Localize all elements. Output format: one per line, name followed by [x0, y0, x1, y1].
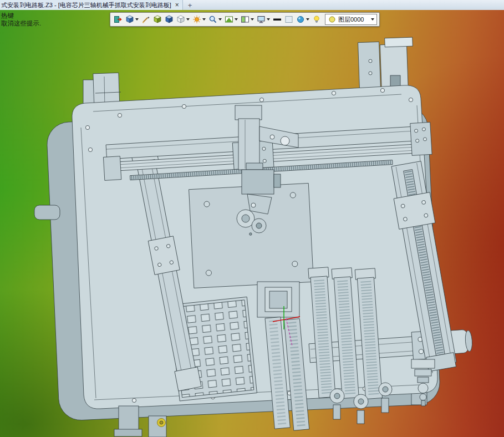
layer-combo[interactable]: 图层0000	[325, 14, 377, 25]
zoom-icon[interactable]	[207, 14, 223, 25]
visibility-bulb-icon[interactable]	[311, 14, 322, 25]
background-swatch-icon[interactable]	[283, 14, 294, 25]
feeder-slides	[308, 264, 384, 403]
shade-mode-icon[interactable]	[124, 14, 140, 25]
layer-combo-caret[interactable]	[371, 18, 374, 21]
floating-toolbar: 图层0000	[110, 12, 380, 27]
solid-display-icon[interactable]	[164, 14, 175, 25]
hint-text: 热键 取消这些提示.	[1, 12, 41, 27]
display-target-icon[interactable]	[256, 14, 271, 25]
wireframe-display-icon[interactable]	[175, 14, 191, 25]
exit-icon[interactable]	[113, 14, 124, 25]
view-orient-icon[interactable]	[223, 14, 239, 25]
render-settings-icon[interactable]	[191, 14, 207, 25]
split-view-icon[interactable]	[240, 14, 255, 25]
hint-line-2: 取消这些提示.	[1, 19, 41, 27]
document-tab[interactable]: 式安装到电路板.Z3 - [电容芯片三轴机械手抓取式安装到电路板] ×	[0, 0, 183, 10]
face-display-icon[interactable]	[152, 14, 163, 25]
tab-bar: 式安装到电路板.Z3 - [电容芯片三轴机械手抓取式安装到电路板] × +	[0, 0, 504, 11]
toolbar-icons	[113, 14, 310, 25]
document-tab-title: 式安装到电路板.Z3 - [电容芯片三轴机械手抓取式安装到电路板]	[1, 1, 171, 9]
material-icon[interactable]	[295, 14, 310, 25]
viewport-3d[interactable]: 热键 取消这些提示. 图层0000	[0, 10, 504, 437]
cad-model-3d[interactable]	[0, 10, 504, 437]
edge-display-icon[interactable]	[140, 14, 151, 25]
line-width-icon[interactable]	[272, 14, 283, 25]
layer-color-icon	[328, 15, 337, 24]
tab-close-icon[interactable]: ×	[175, 2, 179, 8]
new-tab-button[interactable]: +	[183, 0, 197, 10]
hint-line-1: 热键	[1, 12, 41, 19]
layer-combo-label: 图层0000	[338, 16, 364, 24]
